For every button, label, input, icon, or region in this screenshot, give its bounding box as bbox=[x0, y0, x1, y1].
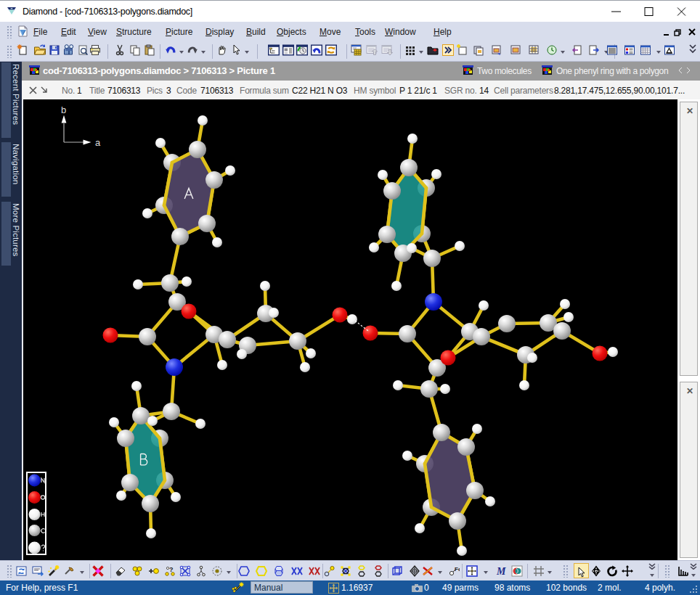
svg-text:Fe: Fe bbox=[455, 566, 460, 573]
svg-text:M: M bbox=[496, 566, 506, 577]
svg-text:a: a bbox=[95, 137, 101, 148]
svg-text:?: ? bbox=[169, 566, 174, 573]
svg-text:b: b bbox=[61, 104, 66, 115]
